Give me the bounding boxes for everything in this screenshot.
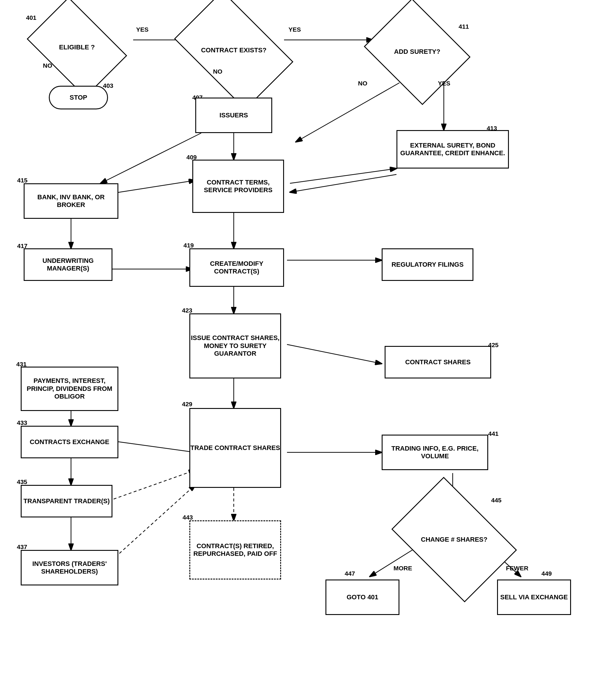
svg-line-7 — [101, 133, 201, 183]
num-419: 419 — [183, 242, 194, 249]
num-447: 447 — [345, 570, 355, 577]
create-modify-node: CREATE/MODIFY CONTRACT(S) — [189, 248, 284, 287]
transparent-traders-node: TRANSPARENT TRADER(S) — [21, 485, 112, 518]
goto401-label: GOTO 401 — [346, 594, 378, 601]
contract-terms-label: CONTRACT TERMS, SERVICE PROVIDERS — [193, 178, 283, 194]
underwriting-label: UNDERWRITING MANAGER(S) — [25, 257, 111, 273]
contract-terms-node: CONTRACT TERMS, SERVICE PROVIDERS — [192, 160, 284, 213]
change-shares-diamond: CHANGE # SHARES? — [402, 503, 506, 576]
svg-line-24 — [104, 470, 195, 503]
num-437: 437 — [17, 543, 27, 551]
add-surety-diamond: ADD SURETY? — [376, 18, 459, 86]
issue-contract-label: ISSUE CONTRACT SHARES, MONEY TO SURETY G… — [190, 334, 280, 358]
sell-via-exchange-node: SELL VIA EXCHANGE — [497, 580, 571, 615]
svg-line-21 — [109, 441, 195, 453]
contract-exists-diamond: CONTRACT EXISTS? — [183, 16, 284, 84]
contract-shares-node: CONTRACT SHARES — [385, 346, 491, 378]
trade-contract-label: TRADE CONTRACT SHARES — [190, 444, 280, 452]
no-label-eligible: NO — [43, 62, 52, 69]
stop-label: STOP — [70, 94, 87, 101]
contract-exists-bg — [174, 0, 293, 110]
num-433: 433 — [17, 419, 27, 426]
payments-label: PAYMENTS, INTEREST, PRINCIP, DIVIDENDS F… — [21, 377, 118, 400]
svg-line-12 — [290, 174, 397, 192]
contracts-retired-label: CONTRACT(S) RETIRED, REPURCHASED, PAID O… — [190, 542, 280, 558]
issue-contract-node: ISSUE CONTRACT SHARES, MONEY TO SURETY G… — [189, 313, 281, 378]
svg-line-11 — [290, 169, 397, 183]
bank-node: BANK, INV BANK, OR BROKER — [24, 183, 118, 219]
yes-label-eligible: YES — [136, 26, 149, 33]
svg-line-17 — [287, 345, 382, 364]
change-shares-label: CHANGE # SHARES? — [421, 536, 488, 544]
bank-label: BANK, INV BANK, OR BROKER — [25, 193, 118, 209]
trade-contract-node: TRADE CONTRACT SHARES — [189, 408, 281, 488]
create-modify-label: CREATE/MODIFY CONTRACT(S) — [190, 260, 283, 275]
flowchart-diagram: 401 ELIGIBLE ? YES 405 CONTRACT EXISTS? … — [0, 0, 616, 696]
external-surety-node: EXTERNAL SURETY, BOND GUARANTEE, CREDIT … — [397, 130, 509, 169]
contract-shares-label: CONTRACT SHARES — [405, 358, 471, 366]
contracts-exchange-node: CONTRACTS EXCHANGE — [21, 426, 118, 458]
sell-via-exchange-label: SELL VIA EXCHANGE — [500, 594, 568, 601]
add-surety-label: ADD SURETY? — [394, 48, 440, 56]
no-label-contract: NO — [213, 68, 222, 75]
svg-line-5 — [296, 83, 399, 142]
issuers-label: ISSUERS — [219, 111, 248, 119]
num-423: 423 — [182, 307, 192, 314]
yes-label-surety: YES — [438, 80, 450, 87]
num-435: 435 — [17, 478, 27, 486]
num-429: 429 — [182, 401, 192, 408]
more-label: MORE — [394, 565, 412, 572]
yes-label-contract: YES — [289, 26, 301, 33]
stop-node: STOP — [49, 86, 108, 109]
goto401-node: GOTO 401 — [325, 580, 399, 615]
contracts-retired-node: CONTRACT(S) RETIRED, REPURCHASED, PAID O… — [189, 520, 281, 580]
num-443: 443 — [183, 514, 193, 521]
external-surety-label: EXTERNAL SURETY, BOND GUARANTEE, CREDIT … — [397, 142, 508, 157]
investors-label: INVESTORS (TRADERS' SHAREHOLDERS) — [21, 560, 118, 576]
transparent-traders-label: TRANSPARENT TRADER(S) — [24, 497, 110, 505]
num-449: 449 — [541, 570, 552, 577]
trading-info-label: TRADING INFO, E.G. PRICE, VOLUME — [383, 445, 487, 460]
num-401: 401 — [26, 14, 36, 21]
no-label-surety: NO — [358, 80, 368, 87]
contracts-exchange-label: CONTRACTS EXCHANGE — [30, 438, 109, 446]
underwriting-node: UNDERWRITING MANAGER(S) — [24, 248, 112, 281]
trading-info-node: TRADING INFO, E.G. PRICE, VOLUME — [382, 434, 488, 470]
payments-node: PAYMENTS, INTEREST, PRINCIP, DIVIDENDS F… — [21, 367, 118, 411]
issuers-node: ISSUERS — [195, 98, 272, 133]
regulatory-filings-label: REGULATORY FILINGS — [391, 261, 464, 268]
regulatory-filings-node: REGULATORY FILINGS — [382, 248, 473, 281]
contract-exists-label: CONTRACT EXISTS? — [201, 46, 266, 54]
eligible-label: ELIGIBLE ? — [59, 43, 95, 51]
fewer-label: FEWER — [506, 565, 528, 572]
num-403: 403 — [103, 82, 113, 89]
num-411: 411 — [459, 23, 469, 30]
investors-node: INVESTORS (TRADERS' SHAREHOLDERS) — [21, 550, 118, 585]
num-415: 415 — [17, 177, 28, 184]
num-441: 441 — [488, 430, 498, 437]
